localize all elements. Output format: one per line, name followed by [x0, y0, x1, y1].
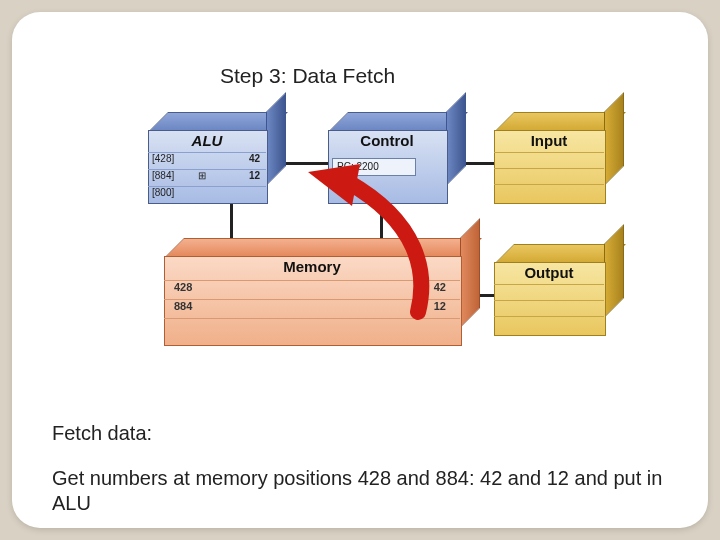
alu-row-val: 42: [212, 153, 266, 169]
input-side-face: [604, 92, 624, 186]
program-counter: PC: 2200: [332, 158, 416, 176]
bus-memory-output: [478, 294, 494, 297]
memory-row-addr: 884: [164, 300, 234, 318]
memory-row: 884 12: [164, 299, 460, 318]
memory-rows: 428 42 884 12: [164, 280, 460, 337]
bus-alu-control: [284, 162, 328, 165]
alu-row-op: [192, 187, 212, 203]
caption-body: Get numbers at memory positions 428 and …: [52, 466, 672, 516]
alu-row-val: [212, 187, 266, 203]
memory-row: 428 42: [164, 280, 460, 299]
slide-card: Step 3: Data Fetch ALU [428] 42 [884] ⊞ …: [12, 12, 708, 528]
memory-row-addr: [164, 319, 234, 337]
output-row: [494, 300, 604, 317]
alu-row-addr: [800]: [148, 187, 192, 203]
control-label: Control: [328, 130, 446, 149]
input-row: [494, 184, 604, 201]
alu-row: [800]: [148, 186, 266, 203]
slide-title: Step 3: Data Fetch: [220, 64, 395, 88]
alu-row-val: 12: [212, 170, 266, 186]
alu-label: ALU: [148, 130, 266, 149]
memory-row-addr: 428: [164, 281, 234, 299]
alu-side-face: [266, 92, 286, 186]
memory-row: [164, 318, 460, 337]
output-row: [494, 284, 604, 301]
control-side-face: [446, 92, 466, 186]
memory-row-val: [234, 319, 460, 337]
input-row: [494, 152, 604, 169]
memory-side-face: [460, 218, 480, 328]
bus-control-memory: [380, 202, 383, 238]
bus-control-input: [464, 162, 494, 165]
alu-row-addr: [428]: [148, 153, 192, 169]
input-label: Input: [494, 130, 604, 149]
memory-top-face: [164, 238, 482, 258]
caption-heading: Fetch data:: [52, 422, 152, 445]
bus-alu-memory: [230, 202, 233, 238]
alu-row: [884] ⊞ 12: [148, 169, 266, 186]
memory-row-val: 42: [234, 281, 460, 299]
cpu-diagram: ALU [428] 42 [884] ⊞ 12 [800] Control PC…: [130, 112, 625, 342]
alu-row-op: [192, 153, 212, 169]
alu-row-op: ⊞: [192, 170, 212, 186]
memory-row-val: 12: [234, 300, 460, 318]
alu-row-addr: [884]: [148, 170, 192, 186]
alu-row: [428] 42: [148, 152, 266, 169]
output-side-face: [604, 224, 624, 318]
alu-registers: [428] 42 [884] ⊞ 12 [800]: [148, 152, 266, 203]
output-label: Output: [494, 262, 604, 281]
input-row: [494, 168, 604, 185]
memory-label: Memory: [164, 256, 460, 275]
output-row: [494, 316, 604, 333]
